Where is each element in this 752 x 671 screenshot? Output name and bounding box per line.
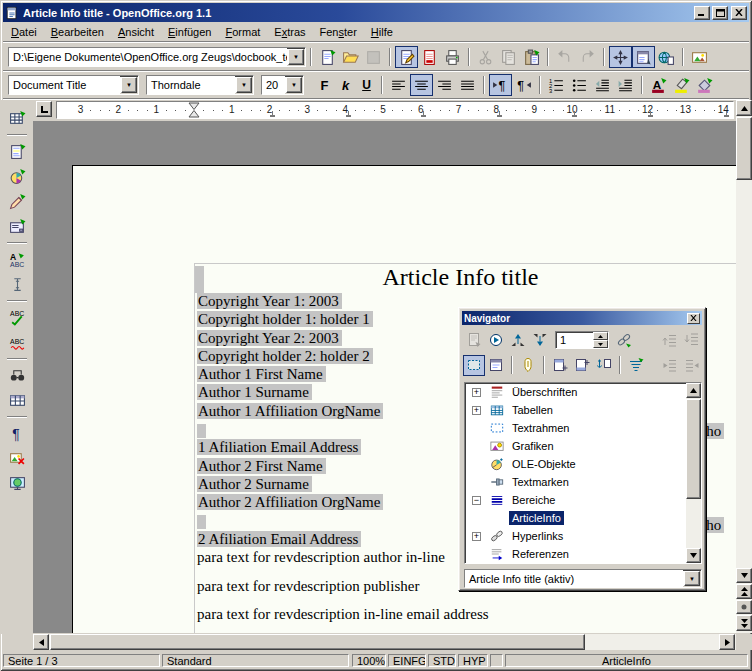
- tree-item-bereiche[interactable]: −Bereiche: [465, 491, 701, 509]
- tree-item-berschriften[interactable]: +Überschriften: [465, 383, 701, 401]
- scroll-right-button[interactable]: [719, 634, 735, 650]
- tree-item-label[interactable]: Grafiken: [509, 439, 557, 453]
- tree-scrollbar[interactable]: [686, 383, 701, 563]
- find-replace-button[interactable]: [4, 363, 30, 387]
- direct-cursor-button[interactable]: [4, 272, 30, 296]
- stylist-button[interactable]: [632, 46, 655, 68]
- align-left-button[interactable]: [387, 74, 410, 96]
- style-dropdown-button[interactable]: ▼: [121, 77, 137, 93]
- url-value[interactable]: D:\Eigene Dokumente\OpenOffice.org Zeugs…: [9, 48, 287, 66]
- next-button[interactable]: [529, 330, 551, 351]
- autospellcheck-button[interactable]: ABC: [4, 330, 30, 354]
- bold-button[interactable]: F: [314, 74, 335, 96]
- tree-item-label[interactable]: OLE-Objekte: [509, 457, 579, 471]
- export-pdf-button[interactable]: [418, 46, 441, 68]
- tree-item-tabellen[interactable]: +Tabellen: [465, 401, 701, 419]
- vertical-scrollbar[interactable]: [736, 100, 752, 633]
- set-reminder-button[interactable]: [517, 355, 539, 376]
- cut-button[interactable]: [474, 46, 497, 68]
- expand-icon[interactable]: +: [472, 406, 481, 415]
- expand-icon[interactable]: +: [472, 388, 481, 397]
- content-view-button[interactable]: [485, 355, 507, 376]
- previous-page-button[interactable]: [736, 584, 752, 599]
- gallery-button[interactable]: [688, 46, 711, 68]
- list-box-button[interactable]: [463, 355, 485, 376]
- font-name-value[interactable]: Thorndale: [147, 76, 235, 94]
- indent-marker[interactable]: [188, 102, 200, 119]
- online-layout-button[interactable]: [4, 471, 30, 495]
- left-to-right-button[interactable]: ¶: [489, 74, 512, 96]
- paragraph-style-combobox[interactable]: Document Title ▼: [8, 75, 139, 95]
- tree-item-label[interactable]: Referenzen: [509, 547, 572, 561]
- align-right-button[interactable]: [433, 74, 456, 96]
- collapse-icon[interactable]: −: [472, 496, 481, 505]
- decrease-indent-button[interactable]: [591, 74, 614, 96]
- underline-button[interactable]: U: [356, 74, 377, 96]
- numbering-button[interactable]: 123: [545, 74, 568, 96]
- menu-ansicht[interactable]: Ansicht: [111, 24, 161, 40]
- status-page-style[interactable]: Standard: [162, 654, 349, 667]
- insert-table-button[interactable]: [4, 106, 30, 130]
- tree-item-textrahmen[interactable]: Textrahmen: [465, 419, 701, 437]
- background-color-button[interactable]: [693, 74, 716, 96]
- navigator-document-select[interactable]: Article Info title (aktiv) ▼: [464, 569, 702, 588]
- page-number-spinner[interactable]: 1: [555, 331, 609, 349]
- tree-scroll-up-button[interactable]: [686, 383, 701, 398]
- increase-indent-button[interactable]: [614, 74, 637, 96]
- navigator-document-value[interactable]: Article Info title (aktiv): [465, 570, 683, 587]
- tree-item-label[interactable]: Bereiche: [509, 493, 558, 507]
- new-document-button[interactable]: [316, 46, 339, 68]
- insert-fields-button[interactable]: [4, 139, 30, 163]
- toggle-master-button[interactable]: [463, 330, 485, 351]
- paragraph-style-value[interactable]: Document Title: [9, 76, 120, 94]
- edit-file-button[interactable]: [395, 46, 418, 68]
- footer-button[interactable]: [571, 355, 593, 376]
- tree-item-label[interactable]: Textrahmen: [509, 421, 572, 435]
- expand-icon[interactable]: +: [472, 532, 481, 541]
- font-color-button[interactable]: A: [647, 74, 670, 96]
- menu-datei[interactable]: Datei: [4, 24, 44, 40]
- align-justify-button[interactable]: [456, 74, 479, 96]
- navigator-content-tree[interactable]: +Überschriften+TabellenTextrahmenGrafike…: [464, 382, 702, 564]
- tree-item-label[interactable]: ArticleInfo: [509, 511, 564, 525]
- undo-button[interactable]: [553, 46, 576, 68]
- horizontal-scroll-thumb[interactable]: [50, 634, 585, 650]
- tree-item-oleobjekte[interactable]: OLE-Objekte: [465, 455, 701, 473]
- draw-functions-button[interactable]: [4, 189, 30, 213]
- redo-button[interactable]: [576, 46, 599, 68]
- tree-item-grafiken[interactable]: Grafiken: [465, 437, 701, 455]
- header-button[interactable]: [549, 355, 571, 376]
- document-title-text[interactable]: Article Info title: [197, 264, 724, 292]
- print-button[interactable]: [441, 46, 464, 68]
- menu-extras[interactable]: Extras: [267, 24, 312, 40]
- status-insert-mode[interactable]: EINFG: [388, 654, 426, 667]
- maximize-button[interactable]: [712, 6, 728, 20]
- tree-item-label[interactable]: Tabellen: [509, 403, 556, 417]
- status-selection-mode[interactable]: STD: [428, 654, 456, 667]
- navigator-document-dropdown-button[interactable]: ▼: [684, 571, 700, 586]
- tree-scroll-down-button[interactable]: [686, 548, 701, 563]
- navigator-button[interactable]: [609, 46, 632, 68]
- data-sources-button[interactable]: [4, 388, 30, 412]
- demote-level-button[interactable]: [681, 355, 703, 376]
- italic-button[interactable]: k: [335, 74, 356, 96]
- status-zoom[interactable]: 100%: [352, 654, 386, 667]
- tree-item-articleinfo[interactable]: ArticleInfo: [465, 509, 701, 527]
- tree-item-referenzen[interactable]: Referenzen: [465, 545, 701, 563]
- spin-up-button[interactable]: [593, 332, 608, 340]
- form-functions-button[interactable]: [4, 214, 30, 238]
- url-combobox[interactable]: D:\Eigene Dokumente\OpenOffice.org Zeugs…: [8, 47, 306, 67]
- tree-item-label[interactable]: Textmarken: [509, 475, 572, 489]
- menu-bearbeiten[interactable]: Bearbeiten: [44, 24, 111, 40]
- status-hyperlink-mode[interactable]: HYP: [458, 654, 488, 667]
- align-center-button[interactable]: [410, 74, 433, 96]
- highlighting-button[interactable]: [670, 74, 693, 96]
- size-dropdown-button[interactable]: ▼: [286, 77, 302, 93]
- page-number-value[interactable]: 1: [556, 332, 593, 348]
- heading-levels-button[interactable]: [625, 355, 647, 376]
- nonprinting-characters-button[interactable]: ¶: [4, 421, 30, 445]
- right-to-left-button[interactable]: ¶: [512, 74, 535, 96]
- spellcheck-button[interactable]: ABC: [4, 305, 30, 329]
- font-size-value[interactable]: 20: [262, 76, 285, 94]
- tree-scroll-thumb[interactable]: [686, 399, 701, 499]
